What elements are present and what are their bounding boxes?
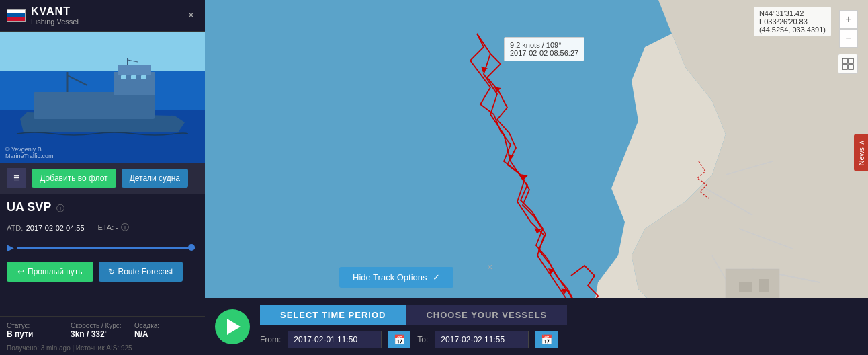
close-panel-button[interactable]: × [184, 8, 198, 23]
atd-row: ATD: 2017-02-02 04:55 ETA: - ⓘ [7, 221, 198, 233]
watermark: © Yevgeniy B. MarineTraffic.com [5, 146, 54, 159]
hide-track-icon: ✓ [433, 272, 440, 282]
action-bar: ≡ Добавить во флот Детали судна [0, 163, 205, 194]
play-button[interactable] [215, 309, 250, 344]
svg-rect-24 [131, 75, 136, 79]
draught-value: N/A [134, 329, 198, 339]
route-bar: ▶ [7, 239, 198, 256]
speed-label: Скорость / Курс: [71, 322, 134, 329]
atd-label: ATD: [7, 224, 23, 232]
vessel-image-inner: © Yevgeniy B. MarineTraffic.com [0, 32, 205, 163]
route-line [17, 247, 195, 249]
vessel-header: KVANT Fishing Vessel × [0, 0, 205, 32]
tab-time-period[interactable]: SELECT TIME PERIOD [260, 305, 406, 325]
vessel-type: Fishing Vessel [31, 17, 184, 26]
eta-block: ETA: - ⓘ [98, 221, 130, 233]
lon-coord: E033°26'20.83 [759, 17, 826, 26]
from-label: From: [260, 335, 281, 344]
zoom-out-button[interactable]: − [839, 29, 858, 48]
add-to-fleet-button[interactable]: Добавить во флот [32, 169, 116, 188]
svg-rect-20 [34, 92, 155, 119]
vessel-image: © Yevgeniy B. MarineTraffic.com [0, 32, 205, 163]
eta-label: ETA: - [98, 223, 118, 231]
svg-rect-22 [118, 65, 151, 75]
tooltip-speed: 9.2 knots / 109° [510, 41, 578, 49]
svg-rect-16 [842, 58, 847, 63]
vessel-stats: Статус: В пути Скорость / Курс: 3kn / 33… [0, 316, 205, 342]
hide-track-label: Hide Track Options [353, 272, 427, 282]
zoom-in-button[interactable]: + [839, 10, 858, 29]
svg-rect-23 [121, 75, 126, 79]
status-block: Статус: В пути [7, 322, 71, 339]
track-history-button[interactable]: ↩ Прошлый путь [7, 262, 93, 282]
flag-icon [7, 9, 26, 22]
svg-rect-18 [842, 65, 847, 69]
track-icon: ↩ [17, 267, 24, 276]
vessel-name: KVANT [31, 5, 184, 17]
svg-line-29 [128, 60, 138, 62]
from-calendar-button[interactable]: 📅 [388, 331, 410, 348]
lat-coord: N44°31'31.42 [759, 9, 826, 17]
source-text: Получено: 3 min ago | Источник AIS: 925 [7, 344, 132, 352]
coordinates-display: N44°31'31.42 E033°26'20.83 (44.5254, 033… [754, 7, 831, 36]
vessel-name-block: KVANT Fishing Vessel [31, 5, 184, 26]
action-buttons: ↩ Прошлый путь ↻ Route Forecast [7, 262, 198, 282]
route-icon: ↻ [108, 267, 115, 276]
tooltip-datetime: 2017-02-02 08:56:27 [510, 49, 578, 57]
svg-rect-17 [849, 58, 853, 63]
map-view-button[interactable] [838, 54, 858, 74]
tab-choose-vessels[interactable]: CHOOSE YOUR VESSELS [406, 305, 567, 325]
to-label: To: [417, 335, 428, 344]
close-track-button[interactable]: × [487, 262, 492, 272]
bottom-toolbar: SELECT TIME PERIOD CHOOSE YOUR VESSELS F… [205, 298, 868, 355]
news-panel[interactable]: News ∧ [854, 134, 868, 171]
play-icon [227, 319, 241, 335]
callsign-info-icon[interactable]: ⓘ [56, 203, 64, 214]
vessel-panel: KVANT Fishing Vessel × [0, 0, 205, 355]
to-calendar-button[interactable]: 📅 [535, 331, 558, 348]
decimal-coord: (44.5254, 033.4391) [759, 26, 826, 34]
to-date-input[interactable] [435, 331, 529, 348]
svg-line-27 [67, 75, 87, 85]
source-info: Получено: 3 min ago | Источник AIS: 925 [0, 342, 205, 355]
callsign: UA SVP [7, 200, 51, 214]
draught-label: Осадка: [134, 322, 198, 329]
zoom-controls: + − [839, 10, 858, 48]
draught-block: Осадка: N/A [134, 322, 198, 339]
svg-marker-11 [507, 155, 515, 161]
route-forecast-button[interactable]: ↻ Route Forecast [99, 262, 183, 282]
route-dot [188, 244, 195, 251]
date-row: From: 📅 To: 📅 [260, 331, 858, 348]
tab-row: SELECT TIME PERIOD CHOOSE YOUR VESSELS [260, 305, 858, 325]
eta-info-icon[interactable]: ⓘ [121, 223, 129, 232]
hide-track-options-button[interactable]: Hide Track Options ✓ [339, 267, 453, 288]
svg-rect-25 [141, 75, 146, 79]
atd-value: 2017-02-02 04:55 [26, 224, 85, 232]
vessel-info: UA SVP ⓘ ATD: 2017-02-02 04:55 ETA: - ⓘ … [0, 194, 205, 316]
from-date-input[interactable] [288, 331, 382, 348]
speed-value: 3kn / 332° [71, 329, 134, 339]
status-value: В пути [7, 329, 71, 339]
status-label: Статус: [7, 322, 71, 329]
hamburger-button[interactable]: ≡ [7, 168, 26, 188]
speed-block: Скорость / Курс: 3kn / 332° [71, 322, 134, 339]
atd-block: ATD: 2017-02-02 04:55 [7, 221, 85, 233]
tabs-and-inputs: SELECT TIME PERIOD CHOOSE YOUR VESSELS F… [260, 305, 858, 348]
route-start-icon: ▶ [7, 242, 14, 253]
track-tooltip: 9.2 knots / 109° 2017-02-02 08:56:27 [504, 37, 584, 61]
vessel-details-button[interactable]: Детали судна [122, 169, 188, 188]
svg-rect-19 [849, 65, 853, 69]
news-label: News ∧ [857, 140, 865, 166]
